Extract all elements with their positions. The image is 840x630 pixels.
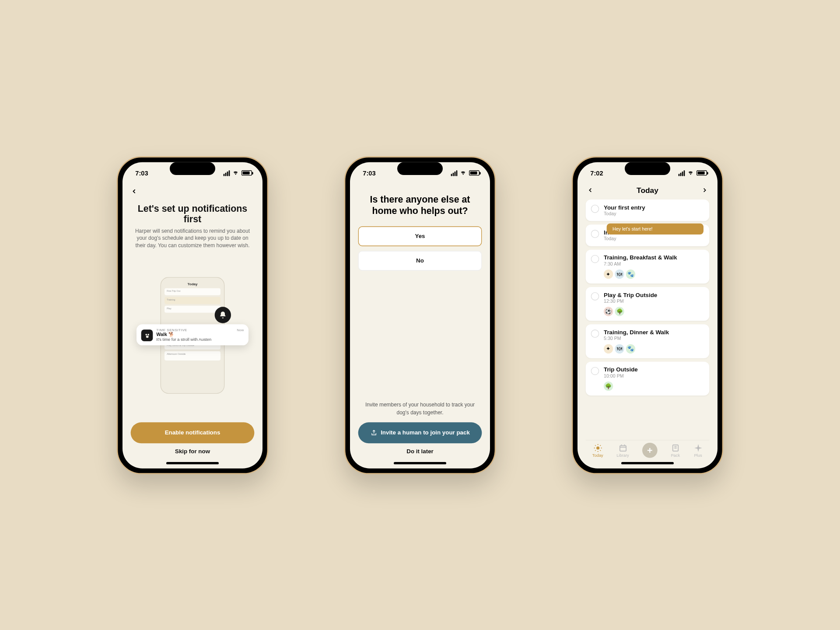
illustration: Today First Trip Out Training Play Morni… [131,249,255,422]
plus-icon [646,446,654,454]
notification-when: Now [237,329,244,332]
card-training-breakfast-walk[interactable]: Training, Breakfast & Walk 7:30 AM ✦🍽🐾 [586,249,710,283]
card-subtitle: 10:00 PM [604,373,704,378]
notification-body: It's time for a stroll with Austen [156,337,233,341]
app-icon [141,330,153,342]
outside-icon: 🌳 [604,381,613,390]
enable-notifications-button[interactable]: Enable notifications [131,422,255,443]
day-title: Today [637,186,658,195]
status-indicators [679,170,707,176]
mini-phone: Today First Trip Out Training Play Morni… [161,277,225,394]
sparkle-icon [693,443,703,452]
pack-icon [671,443,680,452]
back-button[interactable] [131,184,255,200]
training-icon: ✦ [604,344,613,353]
do-later-button[interactable]: Do it later [358,448,482,454]
notification-title: Walk 🐕 [156,332,233,337]
invite-label: Invite a human to join your pack [381,429,470,436]
svg-point-2 [146,336,148,338]
prev-day-button[interactable] [587,185,594,196]
skip-button[interactable]: Skip for now [131,448,255,454]
tab-today[interactable]: Today [592,443,603,457]
tab-library[interactable]: Library [616,443,629,457]
phone-mockup-1: 7:03 Let's set up notifications first Ha… [117,156,269,474]
card-subtitle: 7:30 AM [604,261,704,266]
tab-pack[interactable]: Pack [671,443,680,457]
checkbox[interactable] [591,329,599,338]
card-subtitle: Today [604,211,704,216]
tab-plus[interactable]: Plus [693,443,703,457]
outside-icon: 🌳 [615,307,624,316]
svg-point-3 [596,446,599,449]
tab-label: Today [592,453,603,457]
status-time: 7:02 [590,169,603,176]
library-icon [618,443,627,452]
card-title: Play & Trip Outside [604,291,704,298]
card-first-entry[interactable]: Your first entryToday [586,199,710,220]
checkbox[interactable] [591,230,599,238]
mini-header: Today [164,283,220,286]
device-notch [625,162,670,175]
phone-mockup-3: 7:02 Today Your first entryToday [572,156,724,474]
svg-point-1 [147,334,149,336]
food-icon: 🍽 [615,344,624,353]
choice-no[interactable]: No [358,251,482,270]
food-icon: 🍽 [615,269,624,278]
card-trip-outside[interactable]: Trip Outside 10:00 PM 🌳 [586,361,710,395]
checkbox[interactable] [591,204,599,213]
home-indicator [578,458,718,468]
status-indicators [224,170,252,176]
tab-label: Pack [671,453,680,457]
page-subtitle: Harper will send notifications to remind… [131,227,255,249]
signal-icon [451,170,458,176]
choice-group: Yes No [358,226,482,275]
card-title: Training, Breakfast & Walk [604,254,704,261]
home-indicator [350,458,490,468]
page-title: Let's set up notifications first [131,203,255,224]
card-play-trip[interactable]: Play & Trip Outside 12:30 PM ⚽🌳 [586,287,710,320]
tab-add-button[interactable] [642,442,658,458]
card-subtitle: 12:30 PM [604,298,704,304]
status-indicators [451,170,480,176]
svg-point-0 [145,334,147,336]
training-icon: ✦ [604,269,613,278]
share-icon [370,429,377,436]
walk-icon: 🐾 [626,269,635,278]
notification-card: TIME SENSITIVE Walk 🐕 It's time for a st… [136,325,248,346]
battery-icon [242,170,252,175]
tab-bar: Today Library Pack Plus [586,440,710,458]
home-indicator [122,458,262,468]
tab-label: Library [616,453,629,457]
signal-icon [679,170,685,176]
card-training-dinner-walk[interactable]: Training, Dinner & Walk 5:30 PM ✦🍽🐾 [586,324,710,358]
question-heading: Is there anyone else at home who helps o… [358,193,482,217]
sun-icon [593,443,602,452]
battery-icon [469,170,480,175]
onboarding-tooltip: Hey let's start here! [607,223,704,234]
phone-mockup-2: 7:03 Is there anyone else at home who he… [344,156,496,474]
screen-today: 7:02 Today Your first entryToday [578,162,718,468]
status-time: 7:03 [363,169,375,176]
screen-notifications-setup: 7:03 Let's set up notifications first Ha… [122,162,262,468]
card-invite[interactable]: InviteToday Hey let's start here! [586,224,710,246]
day-nav: Today [586,184,710,200]
bell-badge-icon [215,307,231,323]
status-time: 7:03 [135,169,148,176]
choice-yes[interactable]: Yes [358,226,482,246]
device-notch [170,162,215,175]
checkbox[interactable] [591,292,599,300]
footer-description: Invite members of your household to trac… [358,402,482,416]
invite-button[interactable]: Invite a human to join your pack [358,422,482,443]
checkbox[interactable] [591,367,599,375]
battery-icon [696,170,707,175]
tab-label: Plus [694,453,702,457]
wifi-icon [687,170,694,175]
card-title: Your first entry [604,204,704,210]
card-subtitle: 5:30 PM [604,336,704,341]
card-title: Training, Dinner & Walk [604,329,704,335]
device-notch [397,162,443,175]
walk-icon: 🐾 [626,344,635,353]
wifi-icon [232,170,239,175]
checkbox[interactable] [591,255,599,263]
next-day-button[interactable] [701,185,708,196]
